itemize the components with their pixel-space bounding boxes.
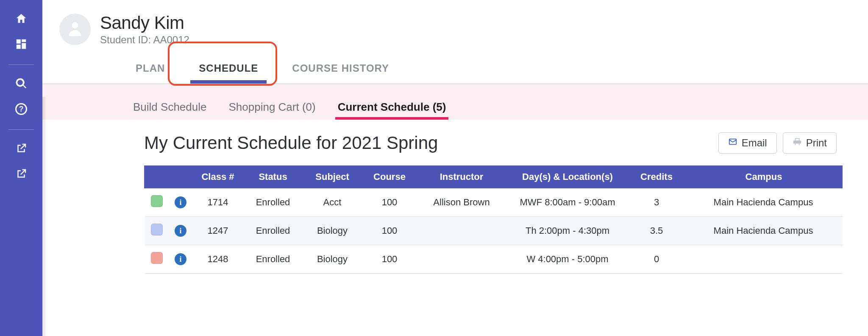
- th-course[interactable]: Course: [362, 165, 417, 188]
- cell-credits: 3: [629, 188, 684, 217]
- cell-status: Enrolled: [243, 217, 303, 245]
- print-icon: [793, 137, 802, 149]
- cell-instructor: [417, 245, 506, 274]
- main: Sandy Kim Student ID: AA0012 PLAN SCHEDU…: [42, 0, 868, 336]
- cell-course: 100: [362, 245, 417, 274]
- info-icon[interactable]: i: [175, 225, 186, 237]
- tab-schedule[interactable]: SCHEDULE: [182, 55, 275, 84]
- cell-status: Enrolled: [243, 188, 303, 217]
- nav-dashboard[interactable]: [9, 33, 33, 57]
- table-body: i 1714 Enrolled Acct 100 Allison Brown M…: [145, 188, 843, 274]
- cell-day-loc: MWF 8:00am - 9:00am: [506, 188, 629, 217]
- app-root: ? Sandy Kim Student ID: AA0012: [0, 0, 868, 336]
- nav-home[interactable]: [9, 8, 33, 31]
- user-icon: [66, 19, 84, 40]
- table-header: Class # Status Subject Course Instructor…: [145, 165, 843, 188]
- dashboard-icon: [15, 38, 28, 53]
- action-buttons: Email Print: [718, 132, 837, 154]
- schedule-table: Class # Status Subject Course Instructor…: [144, 165, 843, 274]
- color-swatch: [151, 224, 163, 235]
- cell-course: 100: [362, 217, 417, 245]
- cell-class-no: 1714: [192, 188, 243, 217]
- th-info: [169, 165, 192, 188]
- home-icon: [15, 12, 28, 27]
- content: My Current Schedule for 2021 Spring Emai…: [42, 120, 868, 274]
- secondary-tabs: Build Schedule Shopping Cart (0) Current…: [42, 90, 868, 120]
- avatar: [59, 14, 91, 45]
- sidebar: ?: [0, 0, 42, 336]
- table-row[interactable]: i 1248 Enrolled Biology 100 W 4:00pm - 5…: [145, 245, 843, 274]
- subtab-build-schedule[interactable]: Build Schedule: [133, 101, 206, 120]
- th-credits[interactable]: Credits: [629, 165, 684, 188]
- page-title: My Current Schedule for 2021 Spring: [144, 133, 438, 153]
- cell-campus: Main Hacienda Campus: [684, 188, 843, 217]
- nav-help[interactable]: ?: [9, 98, 33, 122]
- svg-text:?: ?: [19, 105, 24, 113]
- external-link-icon: [15, 142, 28, 157]
- cell-campus: Main Hacienda Campus: [684, 217, 843, 245]
- th-swatch: [145, 165, 169, 188]
- mail-icon: [728, 137, 737, 149]
- student-name: Sandy Kim: [100, 13, 189, 33]
- cell-credits: 3.5: [629, 217, 684, 245]
- cell-subject: Biology: [303, 245, 362, 274]
- help-icon: ?: [15, 103, 28, 118]
- sidebar-divider: [8, 64, 34, 65]
- th-instructor[interactable]: Instructor: [417, 165, 506, 188]
- info-icon[interactable]: i: [175, 253, 186, 265]
- nav-search[interactable]: [9, 73, 33, 96]
- cell-day-loc: W 4:00pm - 5:00pm: [506, 245, 629, 274]
- th-subject[interactable]: Subject: [303, 165, 362, 188]
- search-icon: [15, 77, 28, 92]
- cell-status: Enrolled: [243, 245, 303, 274]
- primary-tabs: PLAN SCHEDULE COURSE HISTORY: [42, 53, 868, 84]
- table-row[interactable]: i 1247 Enrolled Biology 100 Th 2:00pm - …: [145, 217, 843, 245]
- info-icon[interactable]: i: [175, 196, 186, 208]
- tab-course-history[interactable]: COURSE HISTORY: [275, 55, 406, 84]
- cell-day-loc: Th 2:00pm - 4:30pm: [506, 217, 629, 245]
- color-swatch: [151, 195, 163, 207]
- sidebar-divider-2: [8, 129, 34, 130]
- svg-point-2: [72, 22, 78, 28]
- email-button[interactable]: Email: [718, 132, 777, 154]
- tab-plan[interactable]: PLAN: [119, 55, 182, 84]
- table-row[interactable]: i 1714 Enrolled Acct 100 Allison Brown M…: [145, 188, 843, 217]
- student-header: Sandy Kim Student ID: AA0012: [42, 0, 868, 53]
- nav-external-2[interactable]: [9, 163, 33, 187]
- cell-class-no: 1248: [192, 245, 243, 274]
- th-status[interactable]: Status: [243, 165, 303, 188]
- cell-instructor: [417, 217, 506, 245]
- student-id: Student ID: AA0012: [100, 34, 189, 46]
- content-header: My Current Schedule for 2021 Spring Emai…: [144, 132, 843, 154]
- th-campus[interactable]: Campus: [684, 165, 843, 188]
- print-button[interactable]: Print: [783, 132, 837, 154]
- th-day-loc[interactable]: Day(s) & Location(s): [506, 165, 629, 188]
- sub-tab-strip: Build Schedule Shopping Cart (0) Current…: [42, 84, 868, 120]
- cell-credits: 0: [629, 245, 684, 274]
- cell-instructor: Allison Brown: [417, 188, 506, 217]
- cell-class-no: 1247: [192, 217, 243, 245]
- cell-course: 100: [362, 188, 417, 217]
- color-swatch: [151, 252, 163, 264]
- student-name-block: Sandy Kim Student ID: AA0012: [100, 13, 189, 46]
- cell-subject: Acct: [303, 188, 362, 217]
- cell-subject: Biology: [303, 217, 362, 245]
- nav-external-1[interactable]: [9, 137, 33, 161]
- subtab-shopping-cart[interactable]: Shopping Cart (0): [228, 101, 315, 120]
- email-button-label: Email: [742, 137, 767, 149]
- th-class-no[interactable]: Class #: [192, 165, 243, 188]
- external-link-icon-2: [15, 168, 28, 182]
- subtab-current-schedule[interactable]: Current Schedule (5): [338, 101, 446, 120]
- print-button-label: Print: [806, 137, 827, 149]
- cell-campus: [684, 245, 843, 274]
